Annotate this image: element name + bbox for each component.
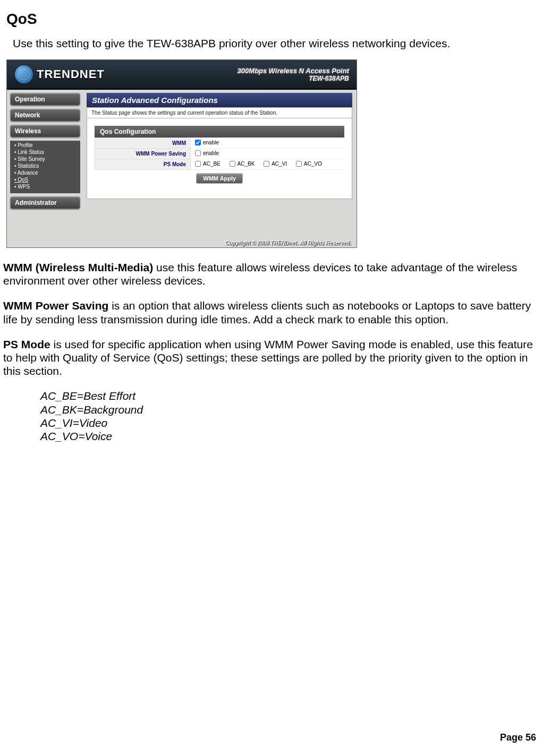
wmm-bold: WMM (Wireless Multi-Media) xyxy=(3,261,153,273)
label-wmm: WMM xyxy=(95,138,191,149)
submenu-link-status[interactable]: • Link Status xyxy=(13,149,77,156)
ps-mode-bold: PS Mode xyxy=(3,338,50,350)
globe-icon xyxy=(14,65,33,84)
ac-bk-checkbox[interactable] xyxy=(230,161,235,167)
config-screenshot: TRENDNET 300Mbps Wireless N Access Point… xyxy=(6,59,357,248)
sidebar: Operation Network Wireless • Profile • L… xyxy=(7,90,83,238)
ac-vi-checkbox[interactable] xyxy=(264,161,269,167)
wmm-ps-bold: WMM Power Saving xyxy=(3,299,108,312)
qos-panel-head: Qos Configuration xyxy=(95,126,344,138)
nav-network[interactable]: Network xyxy=(10,109,80,122)
wmm-apply-button[interactable]: WMM Apply xyxy=(196,173,243,184)
ac-vo-def: AC_VO=Voice xyxy=(40,429,551,443)
submenu-site-survey[interactable]: • Site Survey xyxy=(13,156,77,162)
main-panel: Station Advanced Configurations The Stat… xyxy=(83,90,357,238)
wmm-enable[interactable]: enable xyxy=(195,140,219,145)
submenu-qos[interactable]: • QoS xyxy=(13,176,77,183)
ps-ac-vi[interactable]: AC_VI xyxy=(264,161,287,167)
product-line2: TEW-638APB xyxy=(238,75,349,82)
submenu-statistics[interactable]: • Statistics xyxy=(13,162,77,169)
wmm-checkbox[interactable] xyxy=(195,140,201,145)
label-wmm-ps: WMM Power Saving xyxy=(95,149,191,159)
wmm-ps-enable[interactable]: enable xyxy=(195,150,219,156)
main-desc: The Status page shows the settings and c… xyxy=(87,107,352,118)
product-line1: 300Mbps Wireless N Access Point xyxy=(238,67,349,75)
ac-be-checkbox[interactable] xyxy=(195,161,201,167)
ac-vo-checkbox[interactable] xyxy=(296,161,302,167)
brand: TRENDNET xyxy=(14,65,105,84)
nav-wireless[interactable]: Wireless xyxy=(10,125,80,138)
wireless-submenu: • Profile • Link Status • Site Survey • … xyxy=(10,141,80,193)
submenu-profile[interactable]: • Profile xyxy=(13,142,77,149)
submenu-advance[interactable]: • Advance xyxy=(13,169,77,176)
wmm-ps-paragraph: WMM Power Saving is an option that allow… xyxy=(3,299,545,325)
brand-text: TRENDNET xyxy=(37,67,105,81)
screenshot-header: TRENDNET 300Mbps Wireless N Access Point… xyxy=(7,60,357,90)
ps-ac-bk[interactable]: AC_BK xyxy=(230,161,255,167)
ps-ac-be[interactable]: AC_BE xyxy=(195,161,221,167)
ac-vi-def: AC_VI=Video xyxy=(40,416,551,429)
intro-text: Use this setting to give the TEW-638APB … xyxy=(13,37,551,50)
wmm-ps-checkbox[interactable] xyxy=(195,150,201,156)
wmm-paragraph: WMM (Wireless Multi-Media) use this feat… xyxy=(3,261,545,287)
label-ps-mode: PS Mode xyxy=(95,159,191,170)
copyright: Copyright © 2008 TRENDnet. All Rights Re… xyxy=(7,238,357,247)
ac-definitions: AC_BE=Best Effort AC_BK=Background AC_VI… xyxy=(40,389,551,443)
page-title: QoS xyxy=(6,11,551,28)
submenu-wps[interactable]: • WPS xyxy=(13,183,77,190)
ac-be-def: AC_BE=Best Effort xyxy=(40,389,551,402)
ps-mode-paragraph: PS Mode is used for specific application… xyxy=(3,338,545,378)
main-title: Station Advanced Configurations xyxy=(87,93,352,107)
product-title: 300Mbps Wireless N Access Point TEW-638A… xyxy=(238,67,349,82)
qos-form: Qos Configuration WMM enable WMM Power S… xyxy=(87,118,352,199)
nav-operation[interactable]: Operation xyxy=(10,93,80,106)
ps-ac-vo[interactable]: AC_VO xyxy=(296,161,322,167)
nav-administrator[interactable]: Administrator xyxy=(10,196,80,209)
ac-bk-def: AC_BK=Background xyxy=(40,403,551,416)
